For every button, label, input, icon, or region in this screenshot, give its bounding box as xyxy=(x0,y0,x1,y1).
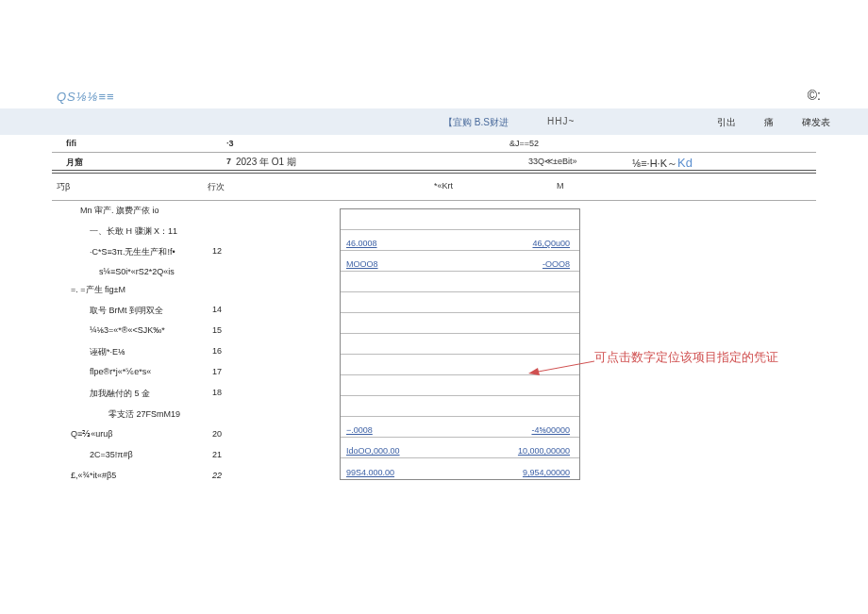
row-number: 15 xyxy=(212,325,222,335)
meta2-code: 33Q≪±eBit» xyxy=(528,157,576,166)
num-row xyxy=(341,375,579,396)
meta2-right: ⅛≡·H·K～Kd xyxy=(632,156,693,171)
num-value-left[interactable]: 99S4.000.00 xyxy=(346,468,394,477)
row-number: 16 xyxy=(212,346,222,356)
row-name: £,«¾*it«#β5 xyxy=(71,471,116,480)
corner-mark: ©: xyxy=(808,88,821,103)
row-number: 14 xyxy=(212,305,222,314)
num-row: 46.000846,Q0u00 xyxy=(341,230,579,251)
svg-marker-1 xyxy=(528,368,540,375)
toolbar-btn-submit[interactable]: 碑发表 xyxy=(802,116,830,129)
row-name: Q≡⅔«uruβ xyxy=(71,429,112,439)
column-header: 巧β 行次 *«Krt M xyxy=(57,179,811,196)
row-number: 22 xyxy=(212,471,222,480)
row-name: 诬砌*·E⅛ xyxy=(90,346,125,358)
page-title: QS⅛⅛≡≡ xyxy=(57,90,115,104)
num-row xyxy=(341,313,579,334)
meta2-num: 7 xyxy=(226,157,231,166)
meta1-right: &J==52 xyxy=(509,139,539,148)
row-name: s¼≡S0i*«rS2*2Q«is xyxy=(99,267,175,276)
row-name: flpe®r*j«*⅚e*s« xyxy=(90,367,151,376)
row-name: 取号 BrMt 到明双全 xyxy=(90,305,163,317)
meta-row-2: 月窟 7 2023 年 O1 期 33Q≪±eBit» ⅛≡·H·K～Kd xyxy=(57,153,811,170)
meta2-right-kd: Kd xyxy=(677,156,693,170)
meta-row-1: fifi ·3 &J==52 xyxy=(57,135,811,152)
meta1-mid: ·3 xyxy=(226,139,234,148)
row-number: 18 xyxy=(212,388,222,397)
num-value-left[interactable]: IdoOO,000.00 xyxy=(346,446,400,456)
num-row: IdoOO,000.0010,000,00000 xyxy=(341,438,579,458)
meta2-left: 月窟 xyxy=(66,157,83,169)
row-number: 21 xyxy=(212,450,222,459)
num-row xyxy=(341,209,579,230)
row-number: 17 xyxy=(212,367,222,376)
col-rownum: 行次 xyxy=(208,181,225,193)
row-name: =. =产生 fig±M xyxy=(71,284,125,296)
annotation-text: 可点击数字定位该项目指定的凭证 xyxy=(594,349,778,366)
row-name: 2C=35!π#β xyxy=(90,450,133,459)
row-name: 一、长敢 H 骤渊 X：11 xyxy=(90,225,177,238)
col-item: 巧β xyxy=(57,181,70,193)
svg-line-0 xyxy=(533,361,594,373)
row-name: 零支活 27FSmM19 xyxy=(108,408,180,421)
col-val1: *«Krt xyxy=(434,181,453,191)
meta2-period: 2023 年 O1 期 xyxy=(236,156,296,169)
num-row xyxy=(341,272,579,292)
body-wrap: Mn 审产. 旗费产依 io一、长敢 H 骤渊 X：11·C*S≡3π.无生生产… xyxy=(57,201,811,488)
row-number: 12 xyxy=(212,246,222,256)
meta1-left: fifi xyxy=(66,139,76,148)
num-value-right[interactable]: 10,000,00000 xyxy=(518,446,570,456)
num-row: 99S4.000.009,954,00000 xyxy=(341,458,579,479)
toolbar-btn-export[interactable]: 引出 xyxy=(717,116,736,129)
row-name: ¼⅛3=«*®«<SJK‰* xyxy=(90,325,165,335)
num-row xyxy=(341,396,579,417)
toolbar-btn-4[interactable]: 痛 xyxy=(764,116,774,129)
number-box: 46.000846,Q0u00MOOO8-OOO8−.0008-4⅝00000I… xyxy=(340,208,580,480)
toolbar: 【宜购 B.S财进 HHJ~ 引出 痛 碑发表 xyxy=(0,108,868,135)
num-row: MOOO8-OOO8 xyxy=(341,251,579,272)
num-value-left[interactable]: −.0008 xyxy=(346,425,373,435)
num-row xyxy=(341,334,579,355)
col-val2: M xyxy=(557,181,564,191)
num-value-right[interactable]: 9,954,00000 xyxy=(523,468,570,477)
row-name: ·C*S≡3π.无生生产和!f• xyxy=(90,246,175,258)
toolbar-btn-2[interactable]: HHJ~ xyxy=(547,116,575,126)
annotation-arrow-icon xyxy=(528,358,594,377)
row-name: 加我融付的 5 金 xyxy=(90,388,150,400)
num-value-left[interactable]: 46.0008 xyxy=(346,239,377,248)
row-name: Mn 审产. 旗费产依 io xyxy=(80,205,159,217)
num-value-right[interactable]: 46,Q0u00 xyxy=(532,239,570,248)
meta2-right-prefix: ⅛≡·H·K～ xyxy=(632,158,677,169)
num-value-left[interactable]: MOOO8 xyxy=(346,259,378,269)
num-value-right[interactable]: -OOO8 xyxy=(542,259,570,269)
row-number: 20 xyxy=(212,429,222,439)
num-row: −.0008-4⅝00000 xyxy=(341,417,579,438)
num-row xyxy=(341,292,579,313)
toolbar-btn-1[interactable]: 【宜购 B.S财进 xyxy=(443,116,509,129)
num-value-right[interactable]: -4⅝00000 xyxy=(531,425,570,435)
